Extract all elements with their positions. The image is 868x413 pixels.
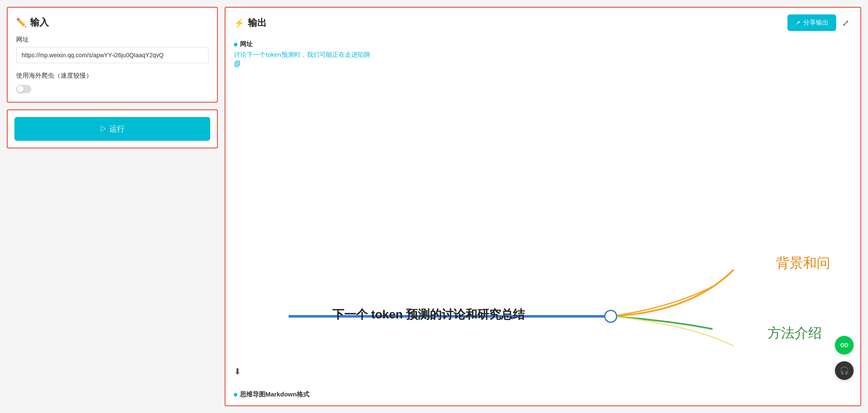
fullscreen-icon: ⤢ (842, 18, 849, 28)
right-panel: ⚡ 输出 ↗ 分享输出 ⤢ 网址 讨论下一个token预测时，我们可能正在走进陷… (225, 7, 861, 406)
link-icon (840, 340, 849, 350)
output-header-left: ⚡ 输出 (234, 17, 267, 29)
output-icon: ⚡ (234, 18, 245, 28)
mindmap-svg: 下一个 token 预测的讨论和研究总结 背景和问 方法介绍 (225, 236, 860, 380)
mindmap-area: 下一个 token 预测的讨论和研究总结 背景和问 方法介绍 (225, 236, 860, 380)
share-icon: ↗ (795, 19, 801, 27)
url-label: 网址 (16, 36, 209, 44)
mindmap-branch2-text: 方法介绍 (768, 325, 822, 340)
run-section: ▷ 运行 (7, 109, 218, 148)
output-header-right: ↗ 分享输出 ⤢ (787, 14, 852, 31)
share-label: 分享输出 (803, 19, 829, 27)
float-btn-headphone[interactable]: 🎧 (835, 361, 854, 380)
output-title-wrapper: 输出 (248, 17, 267, 29)
mindmap-markdown-label: 思维导图Markdown格式 (240, 391, 309, 399)
edit-icon: ✏️ (16, 17, 27, 28)
headphone-icon: 🎧 (840, 366, 849, 375)
svg-point-1 (605, 310, 617, 322)
float-btn-green[interactable] (835, 336, 854, 354)
overseas-crawler-toggle[interactable] (16, 85, 31, 93)
url-input[interactable] (16, 47, 209, 63)
url-dot (234, 43, 237, 46)
left-panel: ✏️ 输入 网址 使用海外爬虫（速度较慢） ▷ 运行 (0, 0, 225, 413)
input-title: 输入 (30, 16, 49, 29)
output-header: ⚡ 输出 ↗ 分享输出 ⤢ (225, 8, 860, 36)
toggle-container (16, 85, 209, 93)
run-button[interactable]: ▷ 运行 (14, 117, 210, 141)
output-url-link[interactable]: 讨论下一个token预测时，我们可能正在走进陷阱 (234, 51, 852, 59)
url-section-label: 网址 (234, 40, 852, 48)
share-button[interactable]: ↗ 分享输出 (787, 14, 836, 31)
output-content: 网址 讨论下一个token预测时，我们可能正在走进陷阱 🗐 下一个 token … (225, 36, 860, 405)
toggle-label: 使用海外爬虫（速度较慢） (16, 72, 209, 80)
mindmap-markdown-section: 思维导图Markdown格式 (234, 391, 309, 399)
output-url-section: 网址 讨论下一个token预测时，我们可能正在走进陷阱 🗐 (234, 40, 852, 68)
mindmap-branch1-text: 背景和问 (776, 255, 830, 271)
run-button-label: ▷ 运行 (100, 124, 125, 134)
copy-icon[interactable]: 🗐 (234, 61, 241, 68)
markdown-dot (234, 393, 237, 396)
fullscreen-button[interactable]: ⤢ (840, 15, 852, 31)
input-section: ✏️ 输入 网址 使用海外爬虫（速度较慢） (7, 7, 218, 103)
download-icon[interactable]: ⬇ (234, 366, 241, 377)
input-header: ✏️ 输入 (16, 16, 209, 29)
url-section-text: 网址 (240, 40, 253, 48)
output-title: 输出 (248, 17, 267, 29)
mindmap-center-text: 下一个 token 预测的讨论和研究总结 (332, 307, 525, 321)
